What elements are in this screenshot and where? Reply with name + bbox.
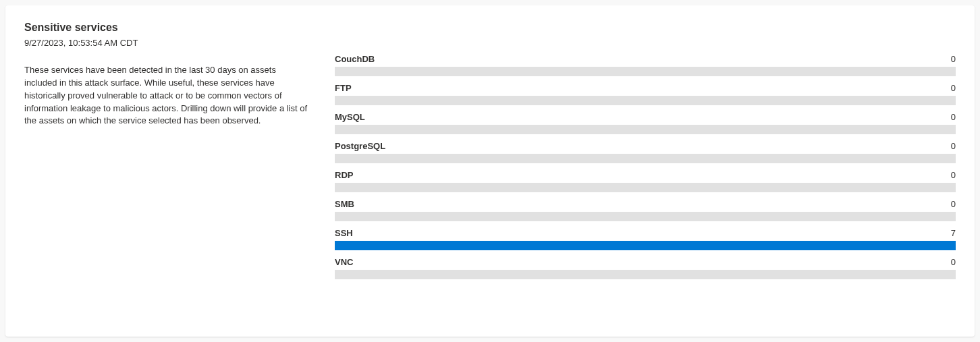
service-name: MySQL bbox=[335, 112, 365, 122]
service-bar[interactable] bbox=[335, 270, 956, 279]
service-bar-fill bbox=[335, 241, 956, 250]
service-bar[interactable] bbox=[335, 125, 956, 134]
card-description: These services have been detected in the… bbox=[24, 64, 308, 127]
service-bar[interactable] bbox=[335, 154, 956, 163]
service-name: SMB bbox=[335, 199, 354, 209]
service-bar[interactable] bbox=[335, 67, 956, 76]
service-row: SSH7 bbox=[335, 228, 956, 250]
service-count: 0 bbox=[951, 170, 956, 180]
service-count: 0 bbox=[951, 199, 956, 209]
service-name: RDP bbox=[335, 170, 353, 180]
service-count: 0 bbox=[951, 54, 956, 64]
service-count: 0 bbox=[951, 141, 956, 151]
service-count: 0 bbox=[951, 112, 956, 122]
service-row: MySQL0 bbox=[335, 112, 956, 134]
service-row: PostgreSQL0 bbox=[335, 141, 956, 163]
sensitive-services-card: Sensitive services 9/27/2023, 10:53:54 A… bbox=[5, 5, 975, 337]
service-row: FTP0 bbox=[335, 83, 956, 105]
services-chart: CouchDB0FTP0MySQL0PostgreSQL0RDP0SMB0SSH… bbox=[335, 22, 956, 316]
service-bar[interactable] bbox=[335, 241, 956, 250]
service-row: CouchDB0 bbox=[335, 54, 956, 76]
service-row: SMB0 bbox=[335, 199, 956, 221]
service-bar[interactable] bbox=[335, 183, 956, 192]
service-bar[interactable] bbox=[335, 212, 956, 221]
card-timestamp: 9/27/2023, 10:53:54 AM CDT bbox=[24, 38, 308, 48]
service-name: PostgreSQL bbox=[335, 141, 385, 151]
service-name: SSH bbox=[335, 228, 353, 238]
service-count: 0 bbox=[951, 83, 956, 93]
service-bar[interactable] bbox=[335, 96, 956, 105]
service-count: 0 bbox=[951, 257, 956, 267]
service-name: CouchDB bbox=[335, 54, 375, 64]
service-row: RDP0 bbox=[335, 170, 956, 192]
info-column: Sensitive services 9/27/2023, 10:53:54 A… bbox=[24, 22, 308, 316]
service-name: VNC bbox=[335, 257, 353, 267]
service-count: 7 bbox=[951, 228, 956, 238]
card-title: Sensitive services bbox=[24, 22, 308, 34]
service-row: VNC0 bbox=[335, 257, 956, 279]
service-name: FTP bbox=[335, 83, 352, 93]
